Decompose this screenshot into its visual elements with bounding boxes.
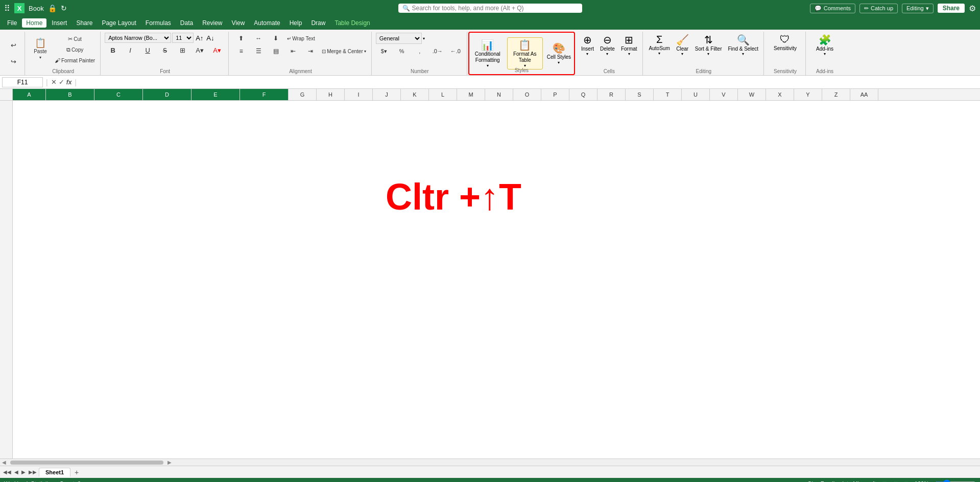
comments-button[interactable]: 💬 Comments	[810, 4, 855, 13]
center-align-button[interactable]: ☰	[250, 45, 267, 57]
grid-icon[interactable]: ⠿	[4, 4, 10, 13]
editing-button[interactable]: Editing ▾	[902, 4, 934, 13]
clear-button[interactable]: 🧹 Clear ▾	[674, 33, 691, 57]
menu-home[interactable]: Home	[22, 18, 46, 28]
right-align-button[interactable]: ▤	[268, 45, 284, 57]
decrease-decimal-button[interactable]: .0→	[429, 45, 446, 57]
col-header-L[interactable]: L	[429, 89, 457, 100]
col-header-G[interactable]: G	[289, 89, 317, 100]
menu-page-layout[interactable]: Page Layout	[98, 18, 140, 28]
col-header-J[interactable]: J	[373, 89, 401, 100]
sensitivity-button[interactable]: 🛡 Sensitivity	[772, 33, 799, 52]
sheet-tab-sheet1[interactable]: Sheet1	[39, 468, 70, 477]
col-header-O[interactable]: O	[513, 89, 541, 100]
strikethrough-button[interactable]: S̶	[157, 44, 173, 56]
menu-help[interactable]: Help	[285, 18, 306, 28]
font-color-button[interactable]: A▾	[209, 44, 225, 56]
underline-button[interactable]: U	[139, 44, 156, 56]
cancel-formula-icon[interactable]: ✕	[51, 78, 57, 86]
copy-button[interactable]: ⧉ Copy	[53, 44, 97, 55]
menu-file[interactable]: File	[3, 18, 21, 28]
col-header-M[interactable]: M	[457, 89, 485, 100]
percent-button[interactable]: %	[394, 45, 410, 57]
menu-automate[interactable]: Automate	[250, 18, 284, 28]
scroll-thumb[interactable]	[10, 461, 163, 465]
paste-button[interactable]: 📋 Paste ▾	[29, 33, 52, 65]
font-size-select[interactable]: 11	[172, 33, 194, 43]
delete-button[interactable]: ⊖ Delete ▾	[598, 33, 617, 57]
italic-button[interactable]: I	[122, 44, 138, 56]
col-header-K[interactable]: K	[401, 89, 429, 100]
addins-button[interactable]: 🧩 Add-ins ▾	[814, 33, 835, 57]
col-header-S[interactable]: S	[626, 89, 654, 100]
cell-reference-input[interactable]	[2, 77, 43, 87]
sort-filter-button[interactable]: ⇅ Sort & Filter ▾	[693, 33, 724, 57]
col-header-A[interactable]: A	[13, 89, 46, 100]
increase-font-icon[interactable]: A↑	[195, 34, 204, 42]
col-header-N[interactable]: N	[485, 89, 513, 100]
merge-center-button[interactable]: ⊡ Merge & Center ▾	[320, 45, 368, 57]
bottom-align-button[interactable]: ⬇	[268, 33, 284, 44]
font-name-select[interactable]: Aptos Narrow (Bo...	[105, 33, 171, 43]
increase-decimal-button[interactable]: ←.0	[447, 45, 464, 57]
save-icon[interactable]: 🔒	[48, 4, 57, 12]
col-header-H[interactable]: H	[317, 89, 345, 100]
border-button[interactable]: ⊞	[174, 44, 190, 56]
col-header-T[interactable]: T	[654, 89, 682, 100]
confirm-formula-icon[interactable]: ✓	[59, 78, 64, 86]
horizontal-scrollbar[interactable]: ◀ ▶	[0, 458, 980, 466]
indent-increase-button[interactable]: ⇥	[302, 45, 319, 57]
indent-decrease-button[interactable]: ⇤	[285, 45, 301, 57]
catch-up-button[interactable]: ✏ Catch up	[859, 4, 898, 13]
scroll-right-icon[interactable]: ▶	[165, 460, 174, 465]
autosave-icon[interactable]: ↻	[61, 4, 67, 12]
bold-button[interactable]: B	[105, 44, 121, 56]
left-align-button[interactable]: ≡	[233, 45, 249, 57]
col-header-Z[interactable]: Z	[822, 89, 850, 100]
menu-view[interactable]: View	[228, 18, 249, 28]
col-header-B[interactable]: B	[46, 89, 94, 100]
fill-color-button[interactable]: A▾	[192, 44, 208, 56]
view-layout-icon[interactable]: ⊞	[893, 480, 898, 483]
cell-styles-button[interactable]: 🎨 Cell Styles ▾	[545, 41, 573, 66]
insert-function-icon[interactable]: fx	[66, 79, 72, 86]
format-button[interactable]: ⊞ Format ▾	[619, 33, 639, 57]
menu-formulas[interactable]: Formulas	[141, 18, 175, 28]
format-as-table-button[interactable]: 📋 Format As Table ▾	[507, 37, 543, 70]
conditional-formatting-button[interactable]: 📊 Conditional Formatting ▾	[470, 38, 505, 69]
col-header-P[interactable]: P	[541, 89, 569, 100]
settings-icon[interactable]: ⚙	[969, 4, 976, 13]
col-header-I[interactable]: I	[345, 89, 373, 100]
add-sheet-button[interactable]: +	[71, 467, 82, 477]
search-input[interactable]	[412, 5, 565, 12]
col-header-D[interactable]: D	[143, 89, 192, 100]
cut-button[interactable]: ✂ Cut	[53, 34, 97, 44]
number-format-select[interactable]: General	[376, 33, 422, 44]
find-select-button[interactable]: 🔍 Find & Select ▾	[726, 33, 760, 57]
insert-button[interactable]: ⊕ Insert ▾	[579, 33, 596, 57]
nav-left-icon[interactable]: ◀	[13, 469, 19, 475]
top-align-button[interactable]: ⬆	[233, 33, 249, 44]
comma-button[interactable]: ,	[412, 45, 428, 57]
scroll-left-icon[interactable]: ◀	[0, 460, 8, 465]
col-header-AA[interactable]: AA	[850, 89, 878, 100]
menu-insert[interactable]: Insert	[47, 18, 71, 28]
col-header-U[interactable]: U	[682, 89, 710, 100]
formula-input[interactable]	[80, 79, 978, 86]
menu-draw[interactable]: Draw	[307, 18, 329, 28]
view-page-break-icon[interactable]: ⊟	[904, 480, 909, 483]
col-header-E[interactable]: E	[192, 89, 240, 100]
share-button[interactable]: Share	[938, 4, 965, 13]
menu-table-design[interactable]: Table Design	[330, 18, 374, 28]
currency-button[interactable]: $▾	[376, 45, 392, 57]
redo-button[interactable]: ↪	[5, 55, 21, 69]
view-normal-icon[interactable]: ▤	[882, 480, 887, 483]
col-header-W[interactable]: W	[738, 89, 766, 100]
nav-right-right-icon[interactable]: ▶▶	[28, 469, 38, 475]
col-header-R[interactable]: R	[597, 89, 626, 100]
nav-right-icon[interactable]: ▶	[20, 469, 27, 475]
undo-button[interactable]: ↩	[5, 38, 21, 53]
nav-left-left-icon[interactable]: ◀◀	[2, 469, 12, 475]
col-header-C[interactable]: C	[94, 89, 143, 100]
menu-review[interactable]: Review	[198, 18, 226, 28]
